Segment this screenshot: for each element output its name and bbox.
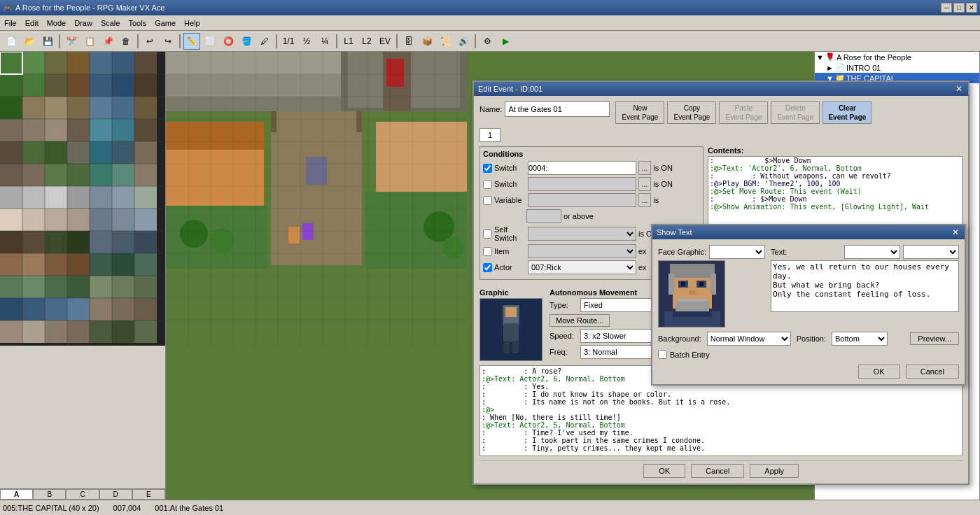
switch2-label: Switch (494, 180, 526, 188)
menu-tools[interactable]: Tools (124, 17, 150, 29)
edit-event-close[interactable]: ✕ (954, 84, 964, 94)
paste-event-page-btn[interactable]: PasteEvent Page (719, 101, 768, 124)
freq-label: Freq: (550, 348, 578, 356)
svg-rect-70 (0, 276, 22, 298)
tileset-scroll[interactable] (0, 52, 165, 488)
menu-edit[interactable]: Edit (21, 17, 43, 29)
variable-input[interactable] (528, 193, 636, 207)
menu-file[interactable]: File (0, 17, 21, 29)
clear-event-page-btn[interactable]: ClearEvent Page (822, 101, 872, 124)
lower-line-5: : : Its name is not on the books. But it… (482, 398, 960, 406)
text-input[interactable]: Yes, we all return to our houses every d… (771, 260, 959, 312)
background-select[interactable]: Normal Window (707, 332, 791, 346)
graphic-section: Graphic (479, 288, 547, 361)
name-input[interactable] (505, 101, 610, 117)
edit-event-apply-btn[interactable]: Apply (750, 464, 799, 478)
self-switch-select[interactable] (528, 227, 636, 241)
material-btn[interactable]: 📦 (419, 33, 435, 50)
menu-mode[interactable]: Mode (43, 17, 71, 29)
graphic-box[interactable] (479, 298, 542, 361)
sound-btn[interactable]: 🔊 (455, 33, 472, 50)
layer2-btn[interactable]: L2 (358, 33, 375, 50)
tileset-tab-a[interactable]: A (0, 489, 33, 500)
tileset-tab-d[interactable]: D (99, 489, 132, 500)
menu-game[interactable]: Game (150, 17, 180, 29)
delete-event-page-btn[interactable]: DeleteEvent Page (771, 101, 820, 124)
variable-value-input[interactable] (526, 209, 561, 223)
title-bar-controls[interactable]: ─ □ ✕ (941, 3, 977, 13)
tileset-tab-e[interactable]: E (132, 489, 165, 500)
tree-item-root[interactable]: ▼ 🌹 A Rose for the People (815, 52, 979, 62)
maximize-button[interactable]: □ (953, 3, 965, 13)
close-button[interactable]: ✕ (966, 3, 977, 13)
play-btn[interactable]: ▶ (497, 33, 514, 50)
copy-event-page-btn[interactable]: CopyEvent Page (667, 101, 716, 124)
tileset-tab-c[interactable]: C (66, 489, 99, 500)
new-event-page-btn[interactable]: NewEvent Page (615, 101, 664, 124)
svg-rect-0 (0, 52, 22, 74)
preview-button[interactable]: Preview... (910, 332, 959, 345)
zoom-1-4[interactable]: ¼ (316, 33, 333, 50)
copy-button[interactable]: 📋 (81, 33, 98, 50)
menu-help[interactable]: Help (180, 17, 204, 29)
text-dropdowns (844, 245, 959, 259)
item-select[interactable] (528, 244, 636, 258)
delete-button[interactable]: 🗑 (118, 33, 134, 50)
variable-browse[interactable]: ... (638, 193, 651, 207)
zoom-1-1[interactable]: 1/1 (280, 33, 297, 50)
layer1-btn[interactable]: L1 (340, 33, 357, 50)
actor-select[interactable]: 007:Rick (528, 260, 636, 274)
new-project-button[interactable]: 📄 (3, 33, 20, 50)
move-route-button[interactable]: Move Route... (550, 314, 610, 327)
self-switch-checkbox[interactable] (483, 230, 492, 239)
face-graphic-header: Face Graphic: (658, 245, 765, 259)
event-layer-btn[interactable]: EV (377, 33, 393, 50)
cut-button[interactable]: ✂️ (63, 33, 80, 50)
text-dropdown-1[interactable] (844, 245, 900, 259)
show-text-cancel-btn[interactable]: Cancel (906, 365, 959, 379)
edit-event-cancel-btn[interactable]: Cancel (691, 464, 744, 478)
show-text-ok-btn[interactable]: OK (858, 365, 900, 379)
menu-scale[interactable]: Scale (97, 17, 125, 29)
tree-item-intro[interactable]: ► 📄 INTRO 01 (815, 62, 979, 73)
batch-entry-checkbox[interactable] (658, 350, 667, 359)
switch1-checkbox[interactable] (483, 164, 492, 173)
switch2-checkbox[interactable] (483, 180, 492, 189)
edit-event-ok-btn[interactable]: OK (643, 464, 685, 478)
script-btn[interactable]: 📜 (437, 33, 454, 50)
redo-button[interactable]: ↪ (160, 33, 176, 50)
position-select[interactable]: Bottom (832, 332, 888, 346)
zoom-1-2[interactable]: ½ (298, 33, 315, 50)
fill-tool[interactable]: 🪣 (238, 33, 255, 50)
tileset-tab-b[interactable]: B (33, 489, 66, 500)
switch1-input[interactable] (528, 161, 636, 175)
page-number-input[interactable] (479, 128, 500, 142)
database-btn[interactable]: 🗄 (400, 33, 417, 50)
switch2-browse[interactable]: ... (638, 177, 651, 191)
text-dropdown-2[interactable] (903, 245, 959, 259)
variable-checkbox[interactable] (483, 196, 492, 205)
ellipse-tool[interactable]: ⭕ (220, 33, 237, 50)
lower-line-11: : : Tiny, petty crimes... they kept me a… (482, 444, 960, 452)
open-button[interactable]: 📂 (21, 33, 38, 50)
paste-button[interactable]: 📌 (99, 33, 116, 50)
svg-rect-29 (22, 141, 45, 164)
switch1-browse[interactable]: ... (638, 161, 651, 175)
face-graphic-select[interactable] (709, 245, 765, 259)
actor-checkbox[interactable] (483, 263, 492, 272)
undo-button[interactable]: ↩ (141, 33, 158, 50)
save-button[interactable]: 💾 (39, 33, 56, 50)
rect-tool[interactable]: ⬜ (202, 33, 218, 50)
switch2-input[interactable] (528, 177, 636, 191)
menu-draw[interactable]: Draw (70, 17, 97, 29)
svg-rect-36 (22, 164, 45, 186)
self-switch-label: Self Switch (494, 225, 526, 242)
item-checkbox[interactable] (483, 247, 492, 256)
show-text-close[interactable]: ✕ (951, 227, 960, 237)
settings-btn[interactable]: ⚙ (479, 33, 496, 50)
pencil-tool[interactable]: ✏️ (183, 33, 200, 50)
actor-face-display[interactable] (658, 260, 725, 327)
shadow-tool[interactable]: 🖊 (256, 33, 273, 50)
minimize-button[interactable]: ─ (941, 3, 952, 13)
tileset-image[interactable] (0, 52, 165, 346)
